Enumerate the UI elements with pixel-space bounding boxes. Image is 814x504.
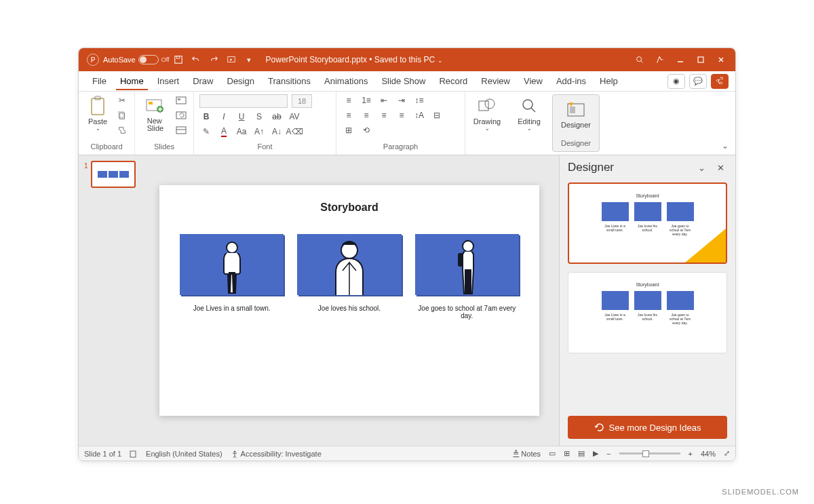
document-title[interactable]: PowerPoint Storyboard.pptx • Saved to th… <box>266 55 443 64</box>
tab-file[interactable]: File <box>85 71 113 92</box>
slide-thumbnail-1[interactable]: 1 <box>91 161 136 188</box>
underline-button[interactable]: U <box>235 111 248 123</box>
share-button[interactable] <box>711 74 729 89</box>
align-center-button[interactable]: ≡ <box>360 109 373 121</box>
strikethrough-button[interactable]: ab <box>270 111 284 123</box>
story-item-2[interactable]: Joe loves his school. <box>297 234 401 319</box>
undo-button[interactable] <box>189 52 204 67</box>
section-button[interactable] <box>174 124 188 136</box>
designer-button[interactable]: Designer <box>558 98 594 129</box>
bold-button[interactable]: B <box>199 111 213 123</box>
designer-close-button[interactable]: ✕ <box>714 161 727 174</box>
save-button[interactable] <box>171 52 186 67</box>
font-size-select[interactable]: 18 <box>292 94 312 108</box>
grow-font-button[interactable]: A↑ <box>252 125 266 138</box>
format-painter-button[interactable] <box>115 124 129 136</box>
story-caption-3[interactable]: Joe goes to school at 7am every day. <box>415 305 519 319</box>
story-item-3[interactable]: Joe goes to school at 7am every day. <box>415 234 519 319</box>
character-spacing-button[interactable]: AV <box>288 111 301 123</box>
editing-button[interactable]: Editing ⌄ <box>514 94 544 132</box>
change-case-button[interactable]: Aa <box>235 125 248 138</box>
indent-increase-button[interactable]: ⇥ <box>395 94 408 106</box>
bullets-button[interactable]: ≡ <box>342 94 355 106</box>
highlight-button[interactable]: ✎ <box>199 125 213 138</box>
minimize-button[interactable] <box>670 52 691 67</box>
camera-button[interactable]: ◉ <box>667 74 685 89</box>
search-button[interactable] <box>629 52 650 67</box>
design-idea-1[interactable]: Storyboard Joe Lives in a small town. Jo… <box>568 182 727 264</box>
story-caption-2[interactable]: Joe loves his school. <box>297 305 401 312</box>
numbering-button[interactable]: 1≡ <box>360 94 373 106</box>
align-left-button[interactable]: ≡ <box>342 109 355 121</box>
mic-button[interactable] <box>650 52 670 67</box>
tab-slideshow[interactable]: Slide Show <box>374 71 432 92</box>
zoom-out-button[interactable]: − <box>606 450 610 458</box>
slide-canvas-area[interactable]: Storyboard Joe Lives in a small town. Jo… <box>140 155 559 446</box>
layout-button[interactable] <box>174 94 188 106</box>
text-direction-button[interactable]: ↕A <box>412 109 426 121</box>
autosave-toggle[interactable]: AutoSave Off <box>103 55 170 64</box>
from-beginning-button[interactable] <box>224 52 239 67</box>
justify-button[interactable]: ≡ <box>395 109 408 121</box>
see-more-design-ideas-button[interactable]: See more Design Ideas <box>568 416 727 439</box>
slideshow-view-button[interactable]: ▶ <box>593 449 598 458</box>
font-family-select[interactable] <box>199 94 288 108</box>
tab-draw[interactable]: Draw <box>186 71 220 92</box>
tab-insert[interactable]: Insert <box>151 71 187 92</box>
reading-view-button[interactable]: ▤ <box>578 449 585 458</box>
line-spacing-button[interactable]: ↕≡ <box>412 94 426 106</box>
designer-suggestions[interactable]: Storyboard Joe Lives in a small town. Jo… <box>560 180 735 413</box>
redo-button[interactable] <box>206 52 221 67</box>
slide-counter[interactable]: Slide 1 of 1 <box>84 450 121 458</box>
notes-button[interactable]: ≙Notes <box>513 449 541 458</box>
new-slide-button[interactable]: New Slide <box>140 94 170 132</box>
slide-title[interactable]: Storyboard <box>180 201 519 214</box>
maximize-button[interactable] <box>691 52 711 67</box>
tab-addins[interactable]: Add-ins <box>549 71 593 92</box>
tab-view[interactable]: View <box>517 71 549 92</box>
designer-options-button[interactable]: ⌄ <box>695 161 708 174</box>
language-button[interactable]: English (United States) <box>146 450 222 458</box>
font-color-button[interactable]: A <box>217 125 231 138</box>
copy-button[interactable] <box>115 109 129 121</box>
tab-home[interactable]: Home <box>113 71 151 92</box>
drawing-button[interactable]: Drawing ⌄ <box>471 94 503 132</box>
toggle-icon[interactable] <box>138 55 159 64</box>
group-designer: Designer Designer <box>552 94 600 152</box>
close-button[interactable] <box>711 52 731 67</box>
zoom-slider[interactable] <box>619 452 680 454</box>
collapse-ribbon-button[interactable]: ⌄ <box>722 141 729 151</box>
customize-qat-button[interactable]: ▾ <box>241 52 256 67</box>
designer-pane-title: Designer <box>568 161 614 174</box>
align-text-button[interactable]: ⊟ <box>430 109 444 121</box>
accessibility-button[interactable]: Accessibility: Investigate <box>231 450 322 458</box>
shadow-button[interactable]: S <box>252 111 266 123</box>
zoom-level[interactable]: 44% <box>701 450 716 458</box>
align-right-button[interactable]: ≡ <box>377 109 391 121</box>
italic-button[interactable]: I <box>217 111 231 123</box>
paste-button[interactable]: Paste ⌄ <box>84 94 111 132</box>
story-caption-1[interactable]: Joe Lives in a small town. <box>180 305 284 312</box>
reset-button[interactable] <box>174 109 188 121</box>
spellcheck-button[interactable] <box>130 450 138 458</box>
clear-formatting-button[interactable]: A⌫ <box>288 125 301 138</box>
tab-design[interactable]: Design <box>220 71 261 92</box>
cut-button[interactable]: ✂ <box>115 94 129 106</box>
comments-button[interactable]: 💬 <box>689 74 707 89</box>
indent-decrease-button[interactable]: ⇤ <box>377 94 391 106</box>
sorter-view-button[interactable]: ⊞ <box>564 449 570 458</box>
tab-record[interactable]: Record <box>432 71 474 92</box>
convert-smartart-button[interactable]: ⟲ <box>360 124 373 136</box>
tab-help[interactable]: Help <box>593 71 625 92</box>
tab-animations[interactable]: Animations <box>317 71 374 92</box>
design-idea-2[interactable]: Storyboard Joe Lives in a small town. Jo… <box>568 272 727 353</box>
columns-button[interactable]: ⊞ <box>342 124 355 136</box>
shrink-font-button[interactable]: A↓ <box>270 125 284 138</box>
normal-view-button[interactable]: ▭ <box>549 449 556 458</box>
fit-to-window-button[interactable]: ⤢ <box>724 449 730 458</box>
tab-transitions[interactable]: Transitions <box>261 71 317 92</box>
story-item-1[interactable]: Joe Lives in a small town. <box>180 234 284 319</box>
slide-canvas[interactable]: Storyboard Joe Lives in a small town. Jo… <box>159 185 539 416</box>
zoom-in-button[interactable]: + <box>689 450 693 458</box>
tab-review[interactable]: Review <box>474 71 517 92</box>
